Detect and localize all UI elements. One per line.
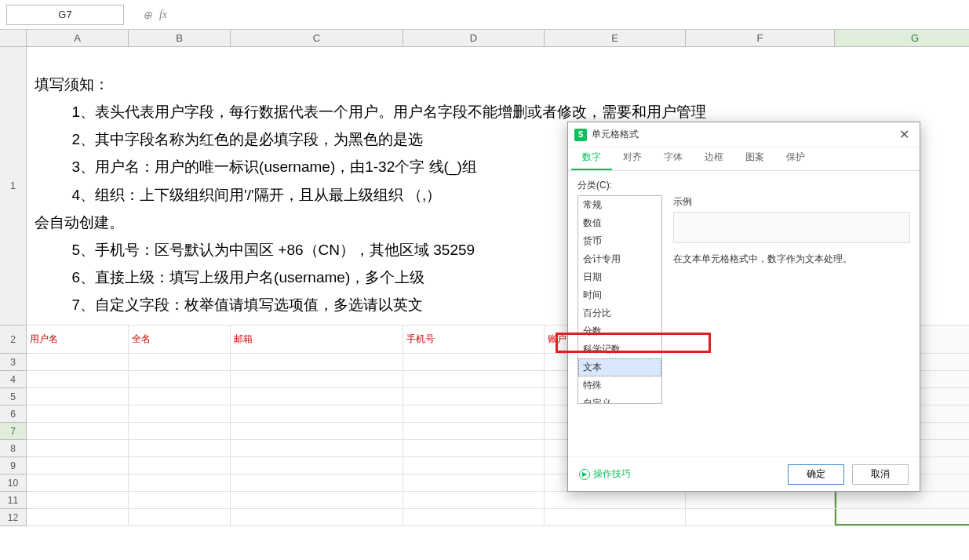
cell-A5[interactable] xyxy=(27,388,129,405)
header-cell-B[interactable]: 全名 xyxy=(129,325,231,353)
ok-button[interactable]: 确定 xyxy=(788,464,844,485)
cell-A7[interactable] xyxy=(27,423,129,439)
tips-label: 操作技巧 xyxy=(593,467,631,481)
cell-B4[interactable] xyxy=(129,371,231,387)
tab-数字[interactable]: 数字 xyxy=(571,146,612,170)
name-box[interactable]: G7 xyxy=(6,5,124,25)
cell-A10[interactable] xyxy=(27,475,129,491)
category-label: 分类(C): xyxy=(577,179,910,192)
row-header-12[interactable]: 12 xyxy=(0,509,27,526)
cell-C12[interactable] xyxy=(231,509,403,525)
row-header-11[interactable]: 11 xyxy=(0,492,27,509)
category-item-文本[interactable]: 文本 xyxy=(578,358,661,376)
cell-D12[interactable] xyxy=(403,509,545,525)
column-headers: ABCDEFG xyxy=(0,30,969,47)
cell-C7[interactable] xyxy=(231,423,403,439)
category-item-百分比[interactable]: 百分比 xyxy=(578,304,661,322)
row-header-3[interactable]: 3 xyxy=(0,354,27,371)
category-item-科学记数[interactable]: 科学记数 xyxy=(578,340,661,358)
cell-A6[interactable] xyxy=(27,405,129,422)
column-header-D[interactable]: D xyxy=(403,30,545,46)
cancel-button[interactable]: 取消 xyxy=(852,464,909,485)
column-header-B[interactable]: B xyxy=(129,30,231,46)
row-header-7[interactable]: 7 xyxy=(0,423,27,440)
row-header-2[interactable]: 2 xyxy=(0,325,27,354)
row-header-10[interactable]: 10 xyxy=(0,475,27,492)
tab-图案[interactable]: 图案 xyxy=(734,146,775,170)
category-item-会计专用[interactable]: 会计专用 xyxy=(578,250,661,268)
cell-E12[interactable] xyxy=(545,509,686,525)
close-icon[interactable]: ✕ xyxy=(894,125,913,144)
cell-B12[interactable] xyxy=(129,509,231,525)
row-header-1[interactable]: 1 xyxy=(0,47,27,325)
column-header-C[interactable]: C xyxy=(231,30,403,46)
cell-C9[interactable] xyxy=(231,457,403,474)
cell-B7[interactable] xyxy=(129,423,231,439)
cell-A12[interactable] xyxy=(27,509,129,525)
cell-A4[interactable] xyxy=(27,371,129,387)
category-item-特殊[interactable]: 特殊 xyxy=(578,376,661,395)
cell-G11[interactable] xyxy=(835,492,969,508)
category-list[interactable]: 常规数值货币会计专用日期时间百分比分数科学记数文本特殊自定义 xyxy=(577,195,662,404)
play-icon: ▶ xyxy=(579,469,590,480)
column-header-G[interactable]: G xyxy=(835,30,969,46)
cell-D8[interactable] xyxy=(403,440,545,456)
cell-F11[interactable] xyxy=(686,492,835,508)
cell-B8[interactable] xyxy=(129,440,231,456)
cell-A11[interactable] xyxy=(27,492,129,508)
cell-D5[interactable] xyxy=(403,388,545,405)
cell-D11[interactable] xyxy=(403,492,545,508)
cell-C6[interactable] xyxy=(231,405,403,422)
cell-C4[interactable] xyxy=(231,371,403,387)
row-header-8[interactable]: 8 xyxy=(0,440,27,457)
row-header-5[interactable]: 5 xyxy=(0,388,27,405)
header-cell-C[interactable]: 邮箱 xyxy=(231,325,403,353)
column-header-A[interactable]: A xyxy=(27,30,129,46)
cell-E11[interactable] xyxy=(545,492,686,508)
cell-D9[interactable] xyxy=(403,457,545,474)
category-item-日期[interactable]: 日期 xyxy=(578,268,661,286)
cell-B3[interactable] xyxy=(129,354,231,370)
cell-B6[interactable] xyxy=(129,405,231,422)
category-item-分数[interactable]: 分数 xyxy=(578,322,661,340)
cell-D3[interactable] xyxy=(403,354,545,370)
header-cell-D[interactable]: 手机号 xyxy=(403,325,545,353)
cell-B5[interactable] xyxy=(129,388,231,405)
cell-G12[interactable] xyxy=(835,509,969,525)
category-item-自定义[interactable]: 自定义 xyxy=(578,395,661,404)
tab-保护[interactable]: 保护 xyxy=(775,146,816,170)
cell-D4[interactable] xyxy=(403,371,545,387)
cell-D6[interactable] xyxy=(403,405,545,422)
row-header-4[interactable]: 4 xyxy=(0,371,27,388)
cell-C8[interactable] xyxy=(231,440,403,456)
tab-字体[interactable]: 字体 xyxy=(653,146,694,170)
select-all-corner[interactable] xyxy=(0,30,27,46)
cell-A3[interactable] xyxy=(27,354,129,370)
column-header-E[interactable]: E xyxy=(545,30,686,46)
cell-C5[interactable] xyxy=(231,388,403,405)
cell-C11[interactable] xyxy=(231,492,403,508)
cell-C3[interactable] xyxy=(231,354,403,370)
category-item-常规[interactable]: 常规 xyxy=(578,196,661,214)
zoom-icon[interactable]: ⊕ xyxy=(140,9,155,21)
category-item-数值[interactable]: 数值 xyxy=(578,214,661,232)
category-item-时间[interactable]: 时间 xyxy=(578,286,661,304)
row-header-9[interactable]: 9 xyxy=(0,457,27,475)
cell-B10[interactable] xyxy=(129,475,231,491)
tips-link[interactable]: ▶ 操作技巧 xyxy=(579,467,631,481)
cell-C10[interactable] xyxy=(231,475,403,491)
cell-B11[interactable] xyxy=(129,492,231,508)
tab-对齐[interactable]: 对齐 xyxy=(612,146,653,170)
cell-A8[interactable] xyxy=(27,440,129,456)
cell-D7[interactable] xyxy=(403,423,545,439)
cell-F12[interactable] xyxy=(686,509,835,525)
fx-icon[interactable]: fx xyxy=(155,9,171,21)
column-header-F[interactable]: F xyxy=(686,30,835,46)
header-cell-A[interactable]: 用户名 xyxy=(27,325,129,353)
cell-B9[interactable] xyxy=(129,457,231,474)
tab-边框[interactable]: 边框 xyxy=(694,146,734,170)
category-item-货币[interactable]: 货币 xyxy=(578,232,661,250)
cell-A9[interactable] xyxy=(27,457,129,474)
cell-D10[interactable] xyxy=(403,475,545,491)
row-header-6[interactable]: 6 xyxy=(0,405,27,423)
